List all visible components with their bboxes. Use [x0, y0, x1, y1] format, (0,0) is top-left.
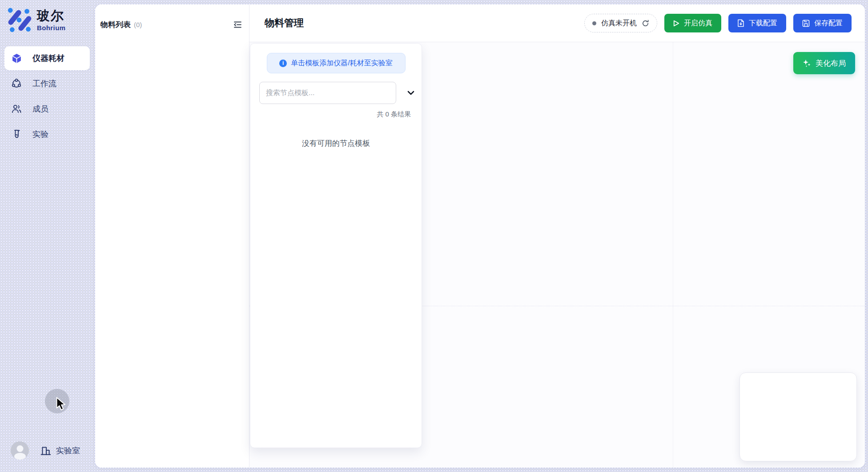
sidebar-item-workflow[interactable]: 工作流 — [4, 72, 90, 96]
palette-search-row — [259, 82, 422, 104]
sidebar-footer-label: 实验室 — [56, 445, 80, 456]
simulation-status-label: 仿真未开机 — [601, 19, 637, 28]
info-icon: i — [279, 60, 287, 67]
brand-name-en: Bohrium — [37, 24, 65, 31]
bohrium-logo-icon — [7, 7, 33, 33]
mouse-cursor — [55, 397, 68, 411]
material-list-count: (0) — [134, 21, 142, 28]
play-icon — [673, 20, 679, 27]
content-card: 物料列表 (0) 物料管理 仿真未开机 — [95, 4, 865, 468]
refresh-icon[interactable] — [642, 20, 649, 27]
result-count: 共 0 条结果 — [250, 110, 422, 119]
beautify-layout-label: 美化布局 — [816, 58, 846, 68]
minimap-panel[interactable] — [739, 372, 857, 461]
brand-name-zh: 玻尔 — [37, 9, 65, 22]
empty-template-message: 没有可用的节点模板 — [250, 138, 422, 148]
simulation-status-pill[interactable]: 仿真未开机 — [584, 14, 657, 32]
page-title: 物料管理 — [265, 16, 304, 30]
brand-name: 玻尔 Bohrium — [37, 9, 65, 31]
palette-tip-text: 单击模板添加仪器/耗材至实验室 — [291, 59, 392, 68]
page-header: 物料管理 仿真未开机 — [249, 4, 865, 42]
sidebar-item-label: 实验 — [32, 129, 48, 140]
material-list-panel: 物料列表 (0) — [95, 4, 249, 468]
experiment-icon — [11, 128, 22, 140]
download-config-label: 下载配置 — [749, 19, 777, 28]
workflow-icon — [11, 78, 22, 89]
sidebar-item-label: 仪器耗材 — [32, 53, 64, 64]
save-config-label: 保存配置 — [814, 19, 843, 28]
canvas-grid-line-vertical — [673, 42, 673, 468]
download-config-button[interactable]: 下载配置 — [728, 14, 786, 32]
sparkles-icon — [803, 59, 811, 68]
brand-logo[interactable]: 玻尔 Bohrium — [7, 7, 65, 33]
building-icon — [40, 445, 52, 456]
node-template-palette: i 单击模板添加仪器/耗材至实验室 共 0 条结果 没有可用的节点模板 — [250, 43, 422, 448]
sidebar-item-label: 成员 — [32, 104, 48, 114]
sidebar-item-experiments[interactable]: 实验 — [4, 122, 90, 146]
sidebar-item-label: 工作流 — [32, 78, 56, 89]
material-list-header: 物料列表 (0) — [95, 4, 249, 30]
sidebar-item-members[interactable]: 成员 — [4, 97, 90, 121]
start-simulation-button[interactable]: 开启仿真 — [664, 14, 721, 32]
palette-tip-badge: i 单击模板添加仪器/耗材至实验室 — [267, 53, 406, 73]
workflow-canvas[interactable]: i 单击模板添加仪器/耗材至实验室 共 0 条结果 没有可用的节点模板 — [249, 42, 865, 468]
start-simulation-label: 开启仿真 — [684, 19, 712, 28]
chevron-down-icon[interactable] — [407, 91, 414, 95]
sidebar-item-lab[interactable]: 实验室 — [40, 445, 80, 456]
beautify-layout-button[interactable]: 美化布局 — [793, 52, 855, 74]
status-dot-icon — [592, 21, 596, 25]
collapse-panel-icon[interactable] — [232, 19, 243, 30]
sidebar-item-instruments[interactable]: 仪器耗材 — [4, 46, 90, 70]
material-list-title: 物料列表 — [100, 20, 131, 30]
save-icon — [802, 20, 810, 27]
header-actions: 仿真未开机 开启仿真 — [584, 14, 852, 32]
file-download-icon — [737, 19, 744, 27]
members-icon — [11, 103, 22, 115]
search-input[interactable] — [259, 82, 396, 104]
cube-icon — [11, 52, 22, 64]
sidebar-footer: 实验室 — [11, 441, 80, 460]
main-area: 物料管理 仿真未开机 — [249, 4, 865, 468]
user-avatar[interactable] — [11, 441, 29, 460]
sidebar-menu: 仪器耗材 工作流 成员 — [4, 46, 90, 148]
save-config-button[interactable]: 保存配置 — [793, 14, 852, 32]
